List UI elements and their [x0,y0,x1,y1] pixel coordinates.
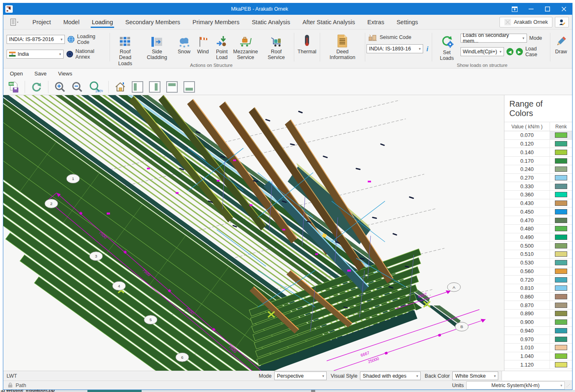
national-annex-combo[interactable]: India▾ [7,50,64,59]
color-range-row[interactable]: 0.530 [504,259,572,267]
path-label: Path [16,383,26,388]
refresh-view-button[interactable] [30,80,43,93]
loading-code-combo[interactable]: INDIA: IS-875-2016▾ [7,35,65,44]
color-range-row[interactable]: 0.560 [504,267,572,276]
tab-project[interactable]: Project [26,15,57,29]
color-range-row[interactable]: 0.860 [504,293,572,301]
wind-button[interactable]: Wind [194,33,213,55]
menu-save[interactable]: Save [34,71,47,77]
color-swatch [555,132,567,138]
ribbon: INDIA: IS-875-2016▾ Loading Code India▾ … [3,30,572,68]
next-load-case-button[interactable]: ▶ [516,48,523,55]
view-right-button[interactable] [148,80,161,93]
close-button[interactable] [556,3,572,15]
color-range-row[interactable]: 0.510 [504,250,572,259]
project-name-button[interactable]: Arakatlı Ornek [499,17,552,27]
title-bar: MkaPEB - Arakatlı Ornek [3,3,572,15]
home-view-button[interactable] [114,80,127,93]
color-range-row[interactable]: 0.970 [504,335,572,344]
mode-combo[interactable]: Loads on secondary mem...▾ [460,34,527,43]
view-left-button[interactable] [131,80,144,93]
mode-select[interactable]: Perspective▾ [274,371,327,380]
user-edit-icon [558,18,566,26]
color-range-row[interactable]: 0.240 [504,165,572,174]
range-value: 0.360 [504,191,550,198]
color-range-row[interactable]: 0.450 [504,207,572,216]
thermal-button[interactable]: Thermal [296,33,318,55]
color-range-row[interactable]: 0.070 [504,131,572,140]
status-bar-path: Path Units Metric System(kN-m)▾ ⋰ [3,381,572,390]
tab-model[interactable]: Model [57,15,86,29]
tab-after-static-analysis[interactable]: After Static Analysis [296,15,361,29]
view-top-button[interactable] [165,80,179,93]
tab-settings[interactable]: Settings [390,15,424,29]
export-image-button[interactable]: IMG [7,80,20,93]
range-swatch-cell [550,293,572,301]
point-load-button[interactable]: Point Load [213,33,231,61]
color-swatch [555,294,567,299]
tab-secondary-members[interactable]: Secondary Members [119,15,186,29]
color-range-row[interactable]: 0.470 [504,216,572,225]
side-cladding-button[interactable]: Side Cladding [139,33,174,61]
menu-views[interactable]: Views [58,71,72,77]
maximize-button[interactable] [539,3,556,15]
color-swatch [555,260,567,265]
color-range-row[interactable]: 1.010 [504,344,572,352]
color-range-row[interactable]: 0.810 [504,284,572,293]
viewport-3d[interactable]: 123456AB 75007500750075006667250006667 [3,95,504,371]
grid-bubble-label: 1 [72,176,74,181]
pin-window-icon[interactable] [506,3,523,15]
color-range-row[interactable]: 0.870 [504,301,572,310]
user-edit-button[interactable] [555,17,569,27]
zoom-out-button[interactable] [71,80,84,93]
visual-style-select[interactable]: Shaded with edges▾ [360,371,421,380]
color-range-row[interactable]: 0.480 [504,225,572,233]
color-range-row[interactable]: 0.720 [504,276,572,284]
minimize-button[interactable] [523,3,539,15]
color-range-row[interactable]: 0.430 [504,199,572,208]
color-range-row[interactable]: 0.360 [504,191,572,199]
color-range-row[interactable]: 0.120 [504,140,572,148]
deed-information-button[interactable]: Deed Information [321,33,364,61]
zoom-100-button[interactable]: 100% [88,80,103,93]
set-loads-button[interactable]: Set Loads [433,33,460,62]
color-range-row[interactable]: 0.890 [504,310,572,318]
color-range-row[interactable]: 0.170 [504,157,572,165]
seismic-code-combo[interactable]: INDIA: IS-1893-16▾ [367,44,423,53]
column-renk: Renk [550,122,572,131]
color-range-row[interactable]: 1.040 [504,352,572,361]
color-range-row[interactable]: 0.940 [504,327,572,335]
svg-text:✱: ✱ [187,44,190,47]
color-range-row[interactable]: 0.270 [504,174,572,182]
color-range-row[interactable]: 0.140 [504,148,572,157]
color-swatch [555,192,567,197]
tab-primary-members[interactable]: Primary Members [186,15,245,29]
clipped-download-text: 1) Website_Insulation.zip [1,390,55,392]
load-case-combo[interactable]: WindLeft(Cpi+)▾ [460,47,504,56]
roof-service-button[interactable]: Roof Service [260,33,293,61]
color-range-row[interactable]: 1.120 [504,360,572,369]
menu-open[interactable]: Open [10,71,23,77]
color-range-row[interactable]: 0.900 [504,318,572,327]
info-icon[interactable]: i [426,45,431,52]
snow-button[interactable]: ✱✱✱ Snow [175,33,194,55]
draw-button[interactable]: Draw [552,33,570,55]
color-range-row[interactable]: 0.490 [504,233,572,242]
zoom-in-button[interactable] [53,80,66,93]
color-range-row[interactable]: 0.330 [504,182,572,191]
color-swatch [555,150,567,155]
color-range-row[interactable]: 0.500 [504,242,572,250]
back-color-select[interactable]: White Smoke▾ [452,371,498,380]
file-menu-icon[interactable] [3,15,26,29]
roof-dead-loads-button[interactable]: Roof Dead Loads [111,33,140,66]
tab-static-analysis[interactable]: Static Analysis [245,15,296,29]
view-bottom-button[interactable] [183,80,196,93]
resize-grip[interactable]: ⋰ [565,383,572,387]
mezzanine-service-button[interactable]: Mezzanine Service [231,33,260,61]
tab-extras[interactable]: Extras [361,15,390,29]
range-value: 0.430 [504,200,550,206]
mode-status-label: Mode [259,373,271,379]
tab-loading[interactable]: Loading [86,15,119,29]
previous-load-case-button[interactable]: ◀ [506,48,513,55]
units-select[interactable]: Metric System(kN-m)▾ [466,381,565,390]
